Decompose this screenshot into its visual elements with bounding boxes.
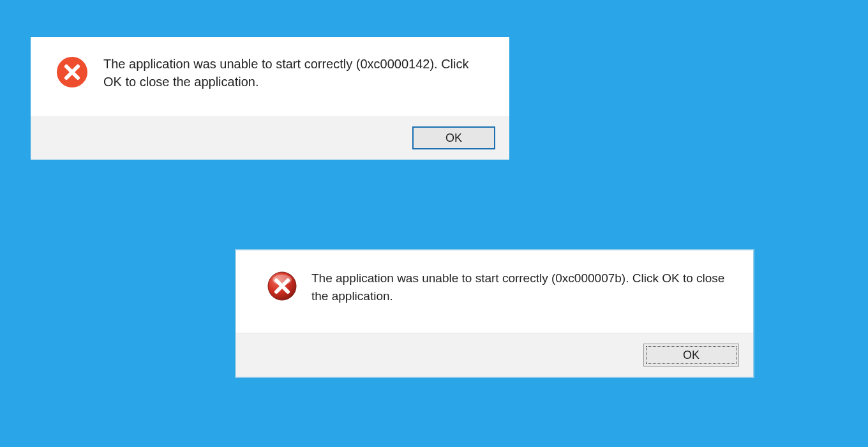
error-icon — [56, 56, 88, 91]
dialog-body: The application was unable to start corr… — [236, 250, 753, 333]
dialog-body: The application was unable to start corr… — [31, 37, 509, 116]
error-message: The application was unable to start corr… — [311, 269, 731, 305]
error-icon — [267, 271, 297, 304]
error-message: The application was unable to start corr… — [103, 55, 489, 91]
error-dialog-1: The application was unable to start corr… — [31, 37, 509, 160]
dialog-footer: OK — [31, 116, 509, 160]
error-dialog-2: The application was unable to start corr… — [235, 249, 754, 378]
ok-button[interactable]: OK — [412, 126, 495, 149]
dialog-footer: OK — [236, 333, 753, 377]
ok-button[interactable]: OK — [643, 344, 739, 367]
